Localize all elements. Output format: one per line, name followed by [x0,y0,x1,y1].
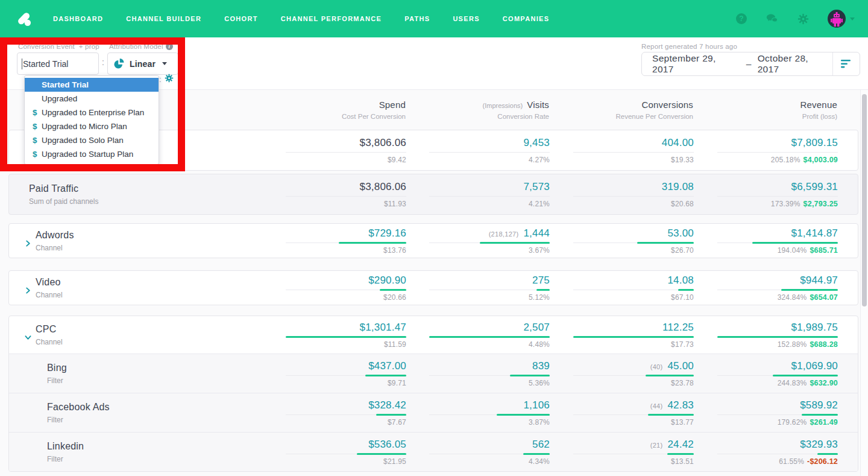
metric-value: 53.00 [667,227,694,240]
profit-amount: $632.90 [810,379,838,387]
top-nav: DASHBOARDCHANNEL BUILDERCOHORTCHANNEL PE… [0,0,868,37]
help-icon[interactable]: ? [735,13,747,25]
row-subtitle: Channel [36,244,263,252]
metric-value: 42.83 [667,399,694,411]
nav-item-paths[interactable]: PATHS [404,15,430,22]
info-icon[interactable]: i [166,43,173,50]
table-row-cpc[interactable]: CPCChannel$1,301.47$11.592,5074.48%112.2… [9,316,858,354]
table-row-video[interactable]: VideoChannel$290.90$20.662755.12%14.08$6… [9,271,858,305]
date-range-picker[interactable]: September 29, 2017 – October 28, 2017 [641,52,860,76]
value-bar-fill [480,242,550,244]
header-impressions-label: (Impressions) [483,102,523,109]
header-spend[interactable]: Spend Cost Per Conversion [262,100,406,120]
sampled-count: (44) [650,402,663,410]
row-subtitle: Channel [36,291,263,299]
scrollbar-thumb[interactable] [862,94,867,306]
metric-value: $329.93 [800,439,838,451]
header-revenue-sublabel: Profit (loss) [802,113,837,120]
cell-conversions: 404.00$19.33 [550,137,694,164]
event-menu-item[interactable]: Started Trial [25,78,159,92]
metric-subvalue: $20.66 [383,293,406,302]
event-menu-item[interactable]: $Upgraded to Enterprise Plan [25,106,159,119]
caret-down-icon [162,62,167,65]
caret-down-icon[interactable] [850,17,855,21]
metric-value: $328.42 [368,399,406,411]
user-menu[interactable] [828,10,855,28]
nav-item-channel-builder[interactable]: CHANNEL BUILDER [126,15,201,22]
chevron-right-icon[interactable] [25,285,32,293]
table-row-adwords[interactable]: AdwordsChannel$729.16$13.76(218,127)1,44… [9,224,858,258]
metric-value: $3,806.06 [360,137,406,149]
cell-conversions: 14.08$67.10 [550,274,694,302]
add-prop-link[interactable]: + prop [79,43,99,50]
app-logo[interactable] [13,7,36,30]
value-bar-fill [380,289,406,291]
value-bar-fill [365,375,406,376]
event-menu-item[interactable]: $Upgraded to Solo Plan [25,133,159,147]
event-menu-item[interactable]: $Upgraded to Startup Plan [25,147,159,161]
conversion-event-input[interactable]: Started Trial [17,52,99,75]
value-bar-track [573,336,694,338]
metric-value: $1,414.87 [791,227,838,240]
cell-visits: 5624.34% [406,439,550,466]
metric-value: $437.00 [368,360,406,372]
row-subtitle: Filter [47,416,263,424]
metric-value: $1,301.47 [360,322,406,334]
header-spend-sublabel: Cost Per Conversion [342,113,406,120]
value-bar-fill [429,336,550,338]
metric-subvalue: $7.67 [388,418,406,427]
metric-value: $1,989.75 [791,322,838,334]
value-bar-track [573,151,694,153]
chevron-right-icon[interactable] [25,238,32,246]
metric-value: 319.08 [662,181,694,193]
table-row-linkedin[interactable]: LinkedinFilter$536.05$21.955624.34%(21)2… [9,432,858,471]
metric-subvalue: $23.78 [671,379,694,387]
metric-value: $944.97 [800,274,838,287]
attribution-model-select[interactable]: Linear [107,52,178,75]
value-bar-fill [667,453,694,455]
metric-subvalue: 194.04%$685.71 [778,246,838,255]
metric-value: $536.05 [368,439,406,451]
nav-item-companies[interactable]: COMPANIES [503,15,550,22]
header-revenue[interactable]: Revenue Profit (loss) [693,100,837,120]
vertical-scrollbar[interactable] [860,90,868,476]
profit-amount: $2,793.25 [804,200,838,208]
row-title: Bing [47,363,263,373]
metric-value: 112.25 [662,322,694,334]
value-bar-fill [781,289,838,291]
date-filter-icon[interactable] [832,52,860,75]
settings-gear-icon[interactable] [165,74,174,85]
metric-subvalue: 179.62%$261.49 [778,418,838,427]
cell-visits: 2755.12% [406,274,550,302]
nav-item-dashboard[interactable]: DASHBOARD [53,15,103,22]
table-row-facebook-ads[interactable]: Facebook AdsFilter$328.42$7.671,1063.87%… [9,393,858,432]
chevron-down-icon[interactable] [25,332,32,340]
conversion-event-label: Conversion Event + prop [18,43,99,50]
metric-subvalue: $26.70 [671,246,694,255]
nav-item-users[interactable]: USERS [453,15,479,22]
metric-subvalue: $11.93 [384,200,406,208]
chat-icon[interactable] [766,13,778,25]
header-conversions[interactable]: Conversions Revenue Per Conversion [549,100,693,120]
row-name-cell: BingFilter [9,363,263,385]
cell-revenue: $944.97324.84%$654.07 [694,274,838,302]
table-card: CPCChannel$1,301.47$11.592,5074.48%112.2… [8,316,858,472]
row-title: Paid Traffic [29,183,263,194]
metric-subvalue: $9.71 [388,379,406,387]
header-visits[interactable]: (Impressions) Visits Conversion Rate [406,100,549,120]
profit-amount: -$206.12 [807,457,838,466]
metric-value: 562 [532,439,550,451]
nav-item-channel-performance[interactable]: CHANNEL PERFORMANCE [281,15,382,22]
event-menu-item[interactable]: Upgraded [25,92,159,106]
avatar[interactable] [828,10,846,28]
row-subtitle: Filter [47,455,263,463]
metric-subvalue: 4.48% [529,340,550,349]
event-menu-item-label: Upgraded to Enterprise Plan [42,108,144,117]
gear-icon[interactable] [797,13,809,25]
metric-value: 839 [532,360,550,372]
event-menu-item[interactable]: $Upgraded to Micro Plan [25,119,159,133]
table-row-bing[interactable]: BingFilter$437.00$9.718395.36%(40)45.00$… [9,354,858,393]
nav-item-cohort[interactable]: COHORT [224,15,257,22]
metric-subvalue: 324.84%$654.07 [778,293,838,302]
cell-revenue: $6,599.31173.39%$2,793.25 [694,181,838,208]
